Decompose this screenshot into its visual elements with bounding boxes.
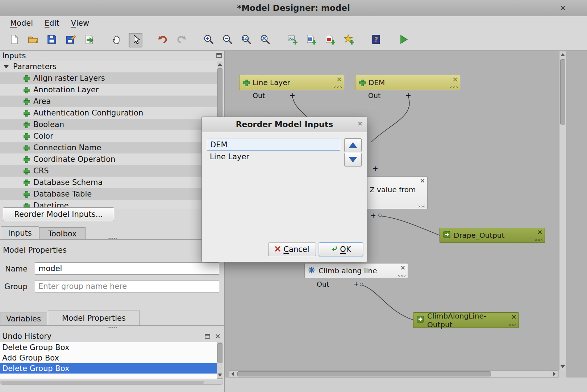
scrollbar-thumb[interactable] <box>1 381 204 384</box>
menu-model[interactable]: Model <box>5 16 38 30</box>
tab-variables[interactable]: Variables <box>0 312 47 325</box>
canvas-horizontal-scrollbar[interactable] <box>229 370 558 378</box>
canvas-vertical-scrollbar[interactable] <box>559 51 566 370</box>
node-drape-output[interactable]: Drape_Output <box>440 228 545 243</box>
zoom-actual-button[interactable]: 1:1 <box>240 33 253 47</box>
save-model-as-button[interactable] <box>64 33 78 47</box>
tree-item[interactable]: Database Schema <box>0 177 217 188</box>
open-model-button[interactable] <box>26 33 40 47</box>
socket-plus[interactable]: + <box>370 211 376 219</box>
node-climb-along-line[interactable]: Climb along line <box>304 263 408 278</box>
undo-button[interactable] <box>156 33 170 47</box>
window-titlebar[interactable]: *Model Designer: model × <box>0 0 587 16</box>
node-remove-icon[interactable] <box>420 178 425 183</box>
dialog-close-button[interactable]: × <box>357 119 363 127</box>
scroll-down-arrow[interactable] <box>217 372 223 378</box>
reorder-list-item-selected[interactable]: DEM <box>207 139 340 151</box>
zoom-out-button[interactable] <box>221 33 234 47</box>
tree-item[interactable]: Authentication Configuration <box>0 107 217 119</box>
node-remove-icon[interactable] <box>337 77 341 82</box>
reorder-list-item[interactable]: Line Layer <box>207 151 340 163</box>
window-close-button[interactable]: × <box>560 3 566 12</box>
socket-plus[interactable]: + <box>372 164 378 172</box>
tab-toolbox[interactable]: Toolbox <box>39 227 86 240</box>
undo-item[interactable]: Delete Group Box <box>0 342 217 353</box>
run-model-button[interactable] <box>396 33 410 47</box>
float-panel-icon[interactable] <box>216 52 222 59</box>
zoom-in-button[interactable] <box>202 33 216 47</box>
undo-hscrollbar[interactable] <box>0 380 223 385</box>
new-model-button[interactable] <box>7 33 21 47</box>
comment-dots-icon[interactable] <box>398 275 405 277</box>
splitter-grip[interactable] <box>108 327 117 329</box>
tree-item[interactable]: Boolean <box>0 119 217 130</box>
node-dem[interactable]: DEM <box>355 75 460 90</box>
tree-item[interactable]: Connection Name <box>0 142 217 153</box>
node-line-layer[interactable]: Line Layer <box>239 75 344 90</box>
node-remove-icon[interactable] <box>400 265 405 270</box>
node-remove-icon[interactable] <box>453 77 457 82</box>
undo-item[interactable]: Add Group Box <box>0 353 217 363</box>
redo-button[interactable] <box>175 33 188 47</box>
scroll-up-arrow[interactable] <box>217 61 223 68</box>
node-remove-icon[interactable] <box>537 230 542 235</box>
collapse-arrow-icon <box>4 65 9 68</box>
pan-tool-button[interactable] <box>110 33 124 47</box>
tree-item[interactable]: Color <box>0 130 217 142</box>
move-down-button[interactable] <box>344 153 362 167</box>
menu-edit[interactable]: Edit <box>39 16 64 30</box>
export-model-button[interactable] <box>83 33 96 47</box>
comment-dots-icon[interactable] <box>509 324 516 326</box>
scroll-up-arrow[interactable] <box>559 51 566 58</box>
tree-item[interactable]: Area <box>0 96 217 107</box>
reorder-model-inputs-button[interactable]: Reorder Model Inputs... <box>3 207 114 221</box>
tree-item[interactable]: CRS <box>0 165 217 177</box>
undo-item-selected[interactable]: Delete Group Box <box>0 363 217 374</box>
tree-item-label: Authentication Configuration <box>33 109 143 117</box>
export-svg-button[interactable] <box>304 33 318 47</box>
tab-model-properties[interactable]: Model Properties <box>48 311 140 325</box>
menu-view[interactable]: View <box>66 16 94 30</box>
cancel-button[interactable]: Cancel <box>268 243 316 256</box>
node-label: Climb along line <box>319 266 377 275</box>
float-panel-icon[interactable] <box>205 333 210 340</box>
tree-item[interactable]: Coordinate Operation <box>0 153 217 165</box>
output-socket[interactable] <box>360 283 363 286</box>
scrollbar-thumb[interactable] <box>237 371 491 376</box>
move-up-button[interactable] <box>344 138 362 152</box>
scrollbar-thumb[interactable] <box>217 343 222 363</box>
node-remove-icon[interactable] <box>511 315 516 319</box>
export-pdf-button[interactable] <box>323 33 337 47</box>
export-script-button[interactable] <box>342 33 356 47</box>
comment-dots-icon[interactable] <box>535 239 542 241</box>
scrollbar-thumb[interactable] <box>560 59 565 125</box>
dialog-titlebar[interactable]: Reorder Model Inputs × <box>202 117 367 132</box>
undo-scrollbar[interactable] <box>217 342 223 379</box>
tab-inputs[interactable]: Inputs <box>1 226 39 240</box>
socket-plus[interactable]: + <box>290 91 295 99</box>
socket-plus[interactable]: + <box>353 280 359 288</box>
comment-dots-icon[interactable] <box>450 87 458 88</box>
splitter-grip[interactable] <box>108 237 117 239</box>
scroll-down-arrow[interactable] <box>559 363 566 370</box>
socket-plus[interactable]: + <box>405 91 411 99</box>
zoom-full-button[interactable] <box>258 33 272 47</box>
comment-dots-icon[interactable] <box>418 206 425 207</box>
scroll-right-arrow[interactable] <box>551 371 558 377</box>
node-climbalongline-output[interactable]: ClimbAlongLine-Output <box>413 312 519 328</box>
tree-item[interactable]: Align raster Layers <box>0 72 217 84</box>
tree-group-parameters[interactable]: Parameters <box>0 61 217 72</box>
comment-dots-icon[interactable] <box>334 87 342 88</box>
close-panel-icon[interactable] <box>215 333 220 340</box>
tree-item[interactable]: Annotation Layer <box>0 84 217 96</box>
select-tool-button[interactable] <box>129 33 142 47</box>
tree-item[interactable]: Database Table <box>0 188 217 200</box>
ok-button[interactable]: OK <box>319 243 363 256</box>
output-socket[interactable] <box>378 214 382 217</box>
group-input[interactable] <box>35 280 219 292</box>
edit-help-button[interactable]: ? <box>369 33 383 47</box>
scroll-left-arrow[interactable] <box>229 371 236 377</box>
name-input[interactable] <box>35 262 219 275</box>
export-image-button[interactable] <box>286 33 299 47</box>
save-model-button[interactable] <box>45 33 59 47</box>
